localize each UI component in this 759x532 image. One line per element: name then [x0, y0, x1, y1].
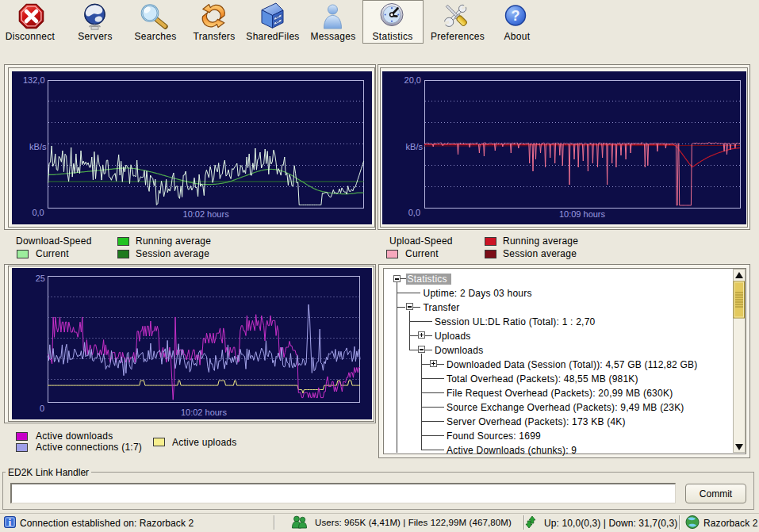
svg-text:10:02 hours: 10:02 hours — [181, 408, 228, 417]
svg-text:132,0: 132,0 — [23, 75, 45, 85]
svg-text:20,0: 20,0 — [404, 75, 421, 85]
svg-text:kB/s: kB/s — [29, 142, 47, 151]
svg-text:25: 25 — [36, 274, 45, 283]
svg-text:0: 0 — [40, 404, 44, 413]
svg-text:10:02 hours: 10:02 hours — [183, 209, 230, 219]
svg-text:kB/s: kB/s — [406, 142, 424, 151]
svg-text:10:09 hours: 10:09 hours — [559, 209, 606, 219]
svg-text:0,0: 0,0 — [32, 208, 44, 217]
svg-text:?: ? — [512, 8, 520, 24]
svg-text:0,0: 0,0 — [408, 208, 420, 217]
